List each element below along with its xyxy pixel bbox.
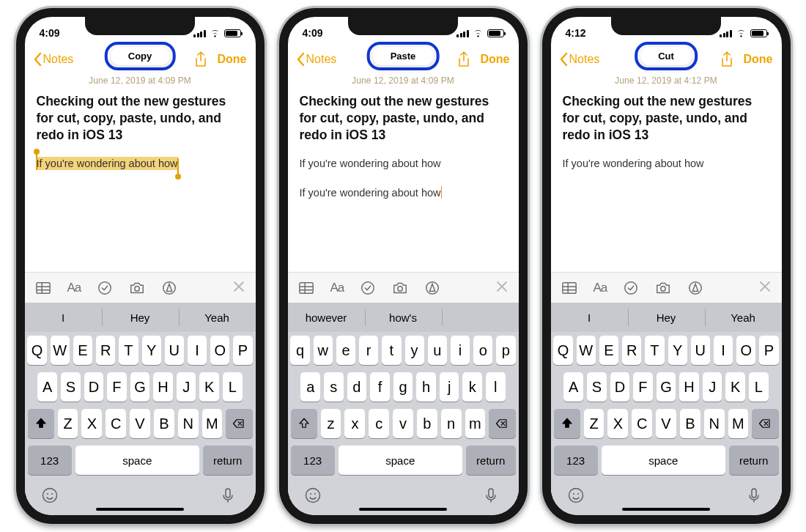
key-d[interactable]: D: [84, 372, 104, 402]
key-f[interactable]: F: [107, 372, 127, 402]
share-icon[interactable]: [720, 51, 733, 67]
key-g[interactable]: G: [130, 372, 150, 402]
key-u[interactable]: U: [165, 336, 184, 365]
key-g[interactable]: g: [393, 372, 413, 402]
checklist-icon[interactable]: [97, 280, 113, 296]
key-return[interactable]: return: [729, 446, 779, 475]
note-content[interactable]: June 12, 2019 at 4:12 PM Checking out th…: [551, 74, 782, 272]
key-p[interactable]: p: [496, 336, 515, 365]
key-m[interactable]: M: [202, 409, 223, 438]
key-shift[interactable]: [291, 409, 317, 438]
note-body-line[interactable]: If you're wondering about how: [37, 156, 244, 172]
key-return[interactable]: return: [203, 446, 253, 475]
key-f[interactable]: f: [370, 372, 390, 402]
key-e[interactable]: E: [599, 336, 618, 365]
key-return[interactable]: return: [466, 446, 516, 475]
prediction-candidate[interactable]: [442, 303, 519, 332]
key-123[interactable]: 123: [554, 446, 598, 475]
key-delete[interactable]: [489, 409, 515, 438]
key-t[interactable]: t: [382, 336, 401, 365]
key-x[interactable]: X: [81, 409, 102, 438]
key-b[interactable]: B: [154, 409, 174, 438]
key-i[interactable]: I: [714, 336, 733, 365]
key-c[interactable]: C: [632, 409, 652, 438]
key-q[interactable]: Q: [553, 336, 572, 365]
prediction-candidate[interactable]: however: [288, 303, 365, 332]
note-body-text[interactable]: If you're wondering about howIf you're w…: [300, 156, 507, 202]
key-n[interactable]: n: [441, 409, 462, 438]
key-k[interactable]: K: [725, 372, 745, 402]
key-b[interactable]: B: [680, 409, 700, 438]
table-icon[interactable]: [298, 280, 314, 296]
key-y[interactable]: y: [405, 336, 424, 365]
text-format-icon[interactable]: Aa: [594, 281, 607, 295]
key-123[interactable]: 123: [28, 446, 72, 475]
close-toolbar-icon[interactable]: [232, 280, 245, 296]
key-l[interactable]: l: [486, 372, 506, 402]
text-format-icon[interactable]: Aa: [330, 281, 344, 295]
prediction-candidate[interactable]: Yeah: [179, 303, 256, 332]
key-z[interactable]: z: [321, 409, 341, 438]
key-r[interactable]: r: [359, 336, 378, 365]
markup-icon[interactable]: [161, 280, 177, 296]
key-n[interactable]: N: [704, 409, 725, 438]
key-e[interactable]: E: [73, 336, 92, 365]
key-m[interactable]: m: [465, 409, 486, 438]
note-body-text[interactable]: If you're wondering about how: [563, 156, 770, 172]
note-title[interactable]: Checking out the new gestures for cut, c…: [300, 93, 507, 143]
note-title[interactable]: Checking out the new gestures for cut, c…: [37, 93, 244, 143]
key-o[interactable]: O: [210, 336, 229, 365]
note-content[interactable]: June 12, 2019 at 4:09 PM Checking out th…: [288, 74, 519, 272]
note-content[interactable]: June 12, 2019 at 4:09 PM Checking out th…: [25, 74, 256, 272]
prediction-candidate[interactable]: how's: [365, 303, 442, 332]
note-body-line[interactable]: If you're wondering about how: [300, 156, 507, 172]
key-s[interactable]: s: [324, 372, 344, 402]
key-v[interactable]: V: [130, 409, 150, 438]
key-l[interactable]: L: [749, 372, 769, 402]
share-icon[interactable]: [457, 51, 470, 67]
key-s[interactable]: S: [61, 372, 81, 402]
key-m[interactable]: M: [728, 409, 749, 438]
key-t[interactable]: T: [645, 336, 664, 365]
key-u[interactable]: U: [691, 336, 710, 365]
emoji-icon[interactable]: [41, 487, 59, 504]
key-f[interactable]: F: [633, 372, 653, 402]
key-a[interactable]: A: [563, 372, 583, 402]
key-o[interactable]: o: [473, 336, 492, 365]
key-space[interactable]: space: [75, 446, 199, 475]
key-a[interactable]: A: [37, 372, 57, 402]
key-v[interactable]: V: [656, 409, 676, 438]
note-body-line[interactable]: If you're wondering about how: [563, 156, 770, 172]
key-n[interactable]: N: [178, 409, 199, 438]
dictation-icon[interactable]: [482, 487, 500, 504]
back-button[interactable]: Notes: [297, 53, 337, 66]
note-title[interactable]: Checking out the new gestures for cut, c…: [563, 93, 770, 143]
note-body-line[interactable]: [300, 172, 507, 185]
selected-text[interactable]: If you're wondering about how: [37, 157, 178, 170]
key-h[interactable]: h: [416, 372, 436, 402]
key-u[interactable]: u: [428, 336, 447, 365]
key-z[interactable]: Z: [58, 409, 78, 438]
key-i[interactable]: I: [188, 336, 207, 365]
key-t[interactable]: T: [119, 336, 138, 365]
share-icon[interactable]: [194, 51, 207, 67]
key-d[interactable]: d: [347, 372, 367, 402]
key-z[interactable]: Z: [584, 409, 604, 438]
prediction-candidate[interactable]: Yeah: [705, 303, 782, 332]
key-r[interactable]: R: [96, 336, 115, 365]
key-h[interactable]: H: [153, 372, 173, 402]
done-button[interactable]: Done: [744, 53, 773, 66]
table-icon[interactable]: [35, 280, 51, 296]
key-g[interactable]: G: [657, 372, 676, 402]
key-h[interactable]: H: [679, 372, 699, 402]
key-space[interactable]: space: [339, 446, 462, 475]
key-a[interactable]: a: [300, 372, 320, 402]
key-r[interactable]: R: [622, 336, 641, 365]
markup-icon[interactable]: [687, 280, 703, 296]
close-toolbar-icon[interactable]: [758, 280, 772, 296]
key-w[interactable]: w: [314, 336, 333, 365]
text-format-icon[interactable]: Aa: [67, 281, 81, 295]
key-c[interactable]: C: [106, 409, 126, 438]
key-e[interactable]: e: [336, 336, 355, 365]
home-indicator[interactable]: [96, 508, 184, 511]
